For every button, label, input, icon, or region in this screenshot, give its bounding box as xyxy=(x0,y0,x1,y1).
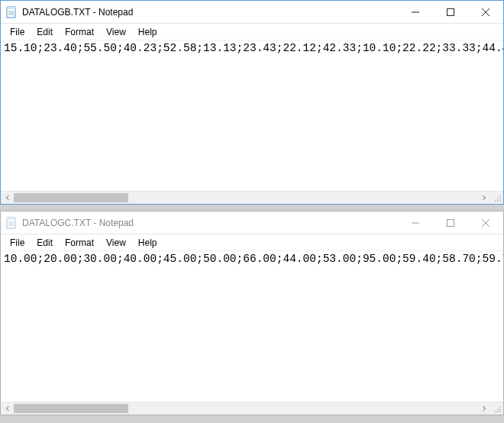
svg-point-26 xyxy=(499,408,501,410)
menu-format[interactable]: Format xyxy=(59,236,100,250)
notepad-icon xyxy=(5,217,18,229)
menu-file[interactable]: File xyxy=(4,236,31,250)
svg-point-10 xyxy=(497,200,499,202)
resize-grip-icon[interactable] xyxy=(490,402,503,415)
text-content: 10.00;20.00;30.00;40.00;45.00;50.00;66.0… xyxy=(1,251,503,267)
horizontal-scrollbar[interactable] xyxy=(1,191,503,204)
menu-format[interactable]: Format xyxy=(59,25,100,39)
svg-point-27 xyxy=(495,411,496,412)
menu-file[interactable]: File xyxy=(4,25,31,39)
notepad-icon xyxy=(5,6,18,18)
svg-point-25 xyxy=(497,411,499,412)
titlebar[interactable]: DATALOGB.TXT - Notepad xyxy=(1,1,503,24)
menu-help[interactable]: Help xyxy=(132,236,163,250)
scroll-left-button[interactable] xyxy=(1,402,14,415)
menu-edit[interactable]: Edit xyxy=(31,25,59,39)
close-button[interactable] xyxy=(468,1,503,23)
scroll-thumb[interactable] xyxy=(14,404,128,413)
window-controls xyxy=(398,212,503,234)
scroll-track[interactable] xyxy=(14,402,477,415)
scroll-right-button[interactable] xyxy=(477,402,490,415)
window-title: DATALOGC.TXT - Notepad xyxy=(22,218,134,228)
menu-help[interactable]: Help xyxy=(132,25,163,39)
notepad-window-b: DATALOGB.TXT - Notepad File Edit Format … xyxy=(0,0,504,205)
svg-point-9 xyxy=(499,200,501,202)
scroll-track[interactable] xyxy=(14,192,477,204)
text-area[interactable]: 15.10;23.40;55.50;40.23;52.58;13.13;23.4… xyxy=(1,40,503,191)
minimize-button[interactable] xyxy=(398,212,433,234)
menu-edit[interactable]: Edit xyxy=(31,236,59,250)
window-controls xyxy=(398,1,503,23)
scroll-left-button[interactable] xyxy=(1,192,14,204)
window-title: DATALOGB.TXT - Notepad xyxy=(22,7,133,18)
menubar: File Edit Format View Help xyxy=(1,24,503,40)
scroll-right-button[interactable] xyxy=(477,192,490,204)
menu-view[interactable]: View xyxy=(100,236,132,250)
svg-point-12 xyxy=(495,200,496,202)
svg-point-14 xyxy=(499,195,501,197)
titlebar[interactable]: DATALOGC.TXT - Notepad xyxy=(1,212,503,234)
svg-point-13 xyxy=(497,198,499,199)
svg-point-24 xyxy=(499,411,501,412)
svg-point-28 xyxy=(497,408,499,410)
menu-view[interactable]: View xyxy=(100,25,132,39)
svg-rect-16 xyxy=(7,218,15,220)
close-button[interactable] xyxy=(468,212,503,234)
maximize-button[interactable] xyxy=(433,212,468,234)
resize-grip-icon[interactable] xyxy=(490,192,503,204)
minimize-button[interactable] xyxy=(398,1,433,23)
svg-rect-21 xyxy=(447,219,454,226)
text-content: 15.10;23.40;55.50;40.23;52.58;13.13;23.4… xyxy=(1,40,503,57)
svg-rect-6 xyxy=(447,8,454,15)
horizontal-scrollbar[interactable] xyxy=(1,402,503,415)
svg-point-11 xyxy=(499,198,501,199)
text-area[interactable]: 10.00;20.00;30.00;40.00;45.00;50.00;66.0… xyxy=(1,251,503,402)
maximize-button[interactable] xyxy=(433,1,468,23)
menubar: File Edit Format View Help xyxy=(1,234,503,251)
svg-point-29 xyxy=(499,406,501,408)
svg-rect-1 xyxy=(7,7,15,9)
notepad-window-c: DATALOGC.TXT - Notepad File Edit Format … xyxy=(0,211,504,415)
scroll-thumb[interactable] xyxy=(14,193,128,202)
